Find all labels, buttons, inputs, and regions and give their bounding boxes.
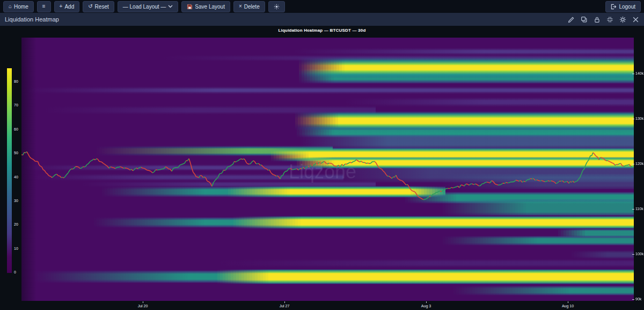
fit-icon[interactable]	[606, 16, 613, 23]
save-layout-label: Save Layout	[195, 4, 225, 10]
y-tick: 120k	[632, 162, 643, 165]
colorbar-tick: 10	[14, 247, 18, 250]
home-button[interactable]: ⌂ Home	[3, 1, 34, 12]
colorbar-tick: 60	[14, 127, 18, 131]
delete-button[interactable]: × Delete	[233, 1, 265, 12]
add-label: Add	[64, 4, 74, 10]
panel-titlebar: Liquidation Heatmap	[0, 13, 644, 26]
reset-icon: ↺	[88, 4, 92, 9]
load-layout-select[interactable]: — Load Layout —	[118, 1, 179, 12]
logout-label: Logout	[619, 4, 635, 10]
chart-title: Liquidation Heatmap — BTCUSDT — 30d	[0, 28, 644, 33]
top-toolbar: ⌂ Home ≡ + Add ↺ Reset — Load Layout — S…	[0, 0, 644, 13]
y-tick: 110k	[632, 207, 643, 211]
logout-icon	[611, 4, 617, 10]
theme-toggle-button[interactable]	[268, 1, 285, 12]
menu-button[interactable]: ≡	[37, 1, 51, 12]
colorbar-tick: 20	[14, 222, 18, 226]
chevron-down-icon	[168, 4, 173, 9]
colorbar-tick: 0	[14, 270, 16, 274]
plus-icon: +	[60, 4, 63, 9]
panel-title: Liquidation Heatmap	[5, 16, 59, 23]
liquidation-heatmap-canvas[interactable]	[21, 38, 634, 301]
edit-icon[interactable]	[568, 16, 575, 23]
settings-gear-icon[interactable]	[619, 16, 626, 23]
duplicate-icon[interactable]	[581, 16, 588, 23]
y-tick: 100k	[632, 252, 643, 256]
y-tick: 90k	[632, 297, 641, 301]
sun-icon	[274, 4, 280, 10]
x-tick: Jul 20	[138, 304, 148, 308]
reset-button[interactable]: ↺ Reset	[83, 1, 114, 12]
x-tick: Jul 27	[280, 304, 290, 308]
y-tick: 140k	[632, 71, 643, 75]
home-label: Home	[14, 4, 28, 10]
x-tick: Aug 3	[421, 304, 431, 308]
reset-label: Reset	[95, 4, 109, 10]
close-icon[interactable]	[632, 16, 639, 23]
delete-label: Delete	[244, 4, 260, 10]
add-button[interactable]: + Add	[54, 1, 80, 12]
lock-icon[interactable]	[594, 16, 601, 23]
save-icon	[187, 4, 193, 10]
app-window: ⌂ Home ≡ + Add ↺ Reset — Load Layout — S…	[0, 0, 644, 310]
colorbar-tick: 50	[14, 151, 18, 155]
logout-button[interactable]: Logout	[605, 1, 641, 12]
x-icon: ×	[239, 4, 242, 9]
x-tick: Aug 10	[562, 304, 574, 308]
heatmap-chart-area: Liquidation Heatmap — BTCUSDT — 30d 8070…	[0, 26, 644, 310]
save-layout-button[interactable]: Save Layout	[181, 1, 230, 12]
colorbar-tick: 80	[14, 80, 18, 83]
home-icon: ⌂	[9, 4, 12, 9]
y-tick: 130k	[632, 117, 643, 120]
colorbar-tick: 40	[14, 175, 18, 179]
colorbar-tick: 30	[14, 199, 18, 203]
hamburger-icon: ≡	[42, 4, 46, 9]
colorbar	[7, 68, 12, 273]
load-layout-label: — Load Layout —	[123, 4, 166, 10]
colorbar-tick: 70	[14, 103, 18, 107]
